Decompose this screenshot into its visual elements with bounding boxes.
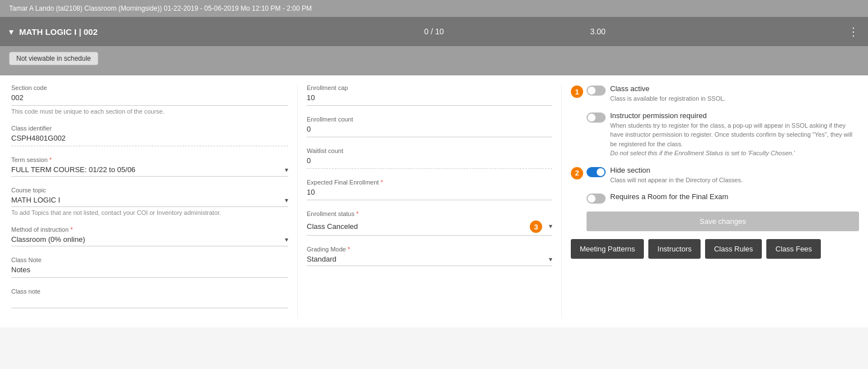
requires-room-label: Requires a Room for the Final Exam (610, 192, 859, 201)
enrollment-cap-field: Enrollment cap 10 (307, 84, 552, 106)
grading-mode-select[interactable]: Standard ▾ (307, 255, 552, 266)
method-of-instruction-select[interactable]: Classroom (0% online) ▾ (11, 235, 288, 246)
grading-mode-dropdown-icon: ▾ (549, 255, 552, 263)
requires-room-row: Requires a Room for the Final Exam (571, 192, 859, 204)
class-fees-button[interactable]: Class Fees (766, 239, 821, 259)
enrollment-status-dropdown-icon: ▾ (549, 222, 552, 230)
instructor-permission-row: Instructor permission required When stud… (571, 111, 859, 158)
term-session-label: Term session * (11, 156, 288, 163)
section-code-value[interactable]: 002 (11, 93, 288, 106)
class-active-content: Class active Class is available for regi… (610, 84, 859, 104)
hide-section-toggle[interactable] (587, 167, 606, 177)
class-identifier-field: Class identifier CSPH4801G002 (11, 125, 288, 146)
expected-final-enrollment-value[interactable]: 10 (307, 188, 552, 200)
chevron-icon[interactable]: ▾ (9, 26, 13, 37)
save-changes-button[interactable]: Save changes (587, 212, 859, 231)
section-menu-icon[interactable]: ⋮ (848, 25, 859, 38)
expected-final-enrollment-field: Expected Final Enrollment * 10 (307, 179, 552, 200)
action-buttons: Meeting Patterns Instructors Class Rules… (571, 239, 859, 259)
instructor-permission-desc: When students try to register for the cl… (610, 121, 859, 158)
enrollment-cap-label: Enrollment cap (307, 84, 552, 91)
top-row: Tamar A Lando (tal2108) Classroom (Morni… (0, 0, 868, 17)
hide-section-content: Hide section Class will not appear in th… (610, 166, 859, 185)
waitlist-count-field: Waitlist count 0 (307, 147, 552, 169)
class-note-field: Class Note Notes (11, 256, 288, 278)
grading-mode-label: Grading Mode * (307, 246, 552, 253)
instructor-permission-content: Instructor permission required When stud… (610, 111, 859, 158)
class-note-input-value[interactable] (11, 297, 288, 308)
class-active-knob (588, 87, 596, 94)
class-active-label: Class active (610, 84, 859, 93)
enrollment-status-field: Enrollment status * Class Canceled 3 ▾ (307, 210, 552, 236)
class-rules-button[interactable]: Class Rules (705, 239, 762, 259)
requires-room-content: Requires a Room for the Final Exam (610, 192, 859, 201)
section-code-label: Section code (11, 84, 288, 91)
waitlist-count-label: Waitlist count (307, 147, 552, 154)
enrollment-status-badge: 3 (530, 220, 542, 233)
section-code-field: Section code 002 This code must be uniqu… (11, 84, 288, 115)
meeting-patterns-button[interactable]: Meeting Patterns (571, 239, 644, 259)
course-topic-hint: To add Topics that are not listed, conta… (11, 209, 288, 216)
instructor-permission-toggle[interactable] (587, 112, 606, 123)
expected-final-enrollment-label: Expected Final Enrollment * (307, 179, 552, 186)
form-area: Section code 002 This code must be uniqu… (0, 75, 868, 327)
course-topic-field: Course topic MATH LOGIC I ▾ To add Topic… (11, 187, 288, 216)
grading-mode-field: Grading Mode * Standard ▾ (307, 246, 552, 266)
course-topic-select[interactable]: MATH LOGIC I ▾ (11, 196, 288, 207)
enrollment-status-label: Enrollment status * (307, 210, 552, 217)
instructors-button[interactable]: Instructors (648, 239, 701, 259)
right-column: 1 Class active Class is available for re… (562, 84, 868, 318)
left-column: Section code 002 This code must be uniqu… (0, 84, 298, 318)
class-active-row: 1 Class active Class is available for re… (571, 84, 859, 104)
class-active-toggle[interactable] (587, 86, 606, 96)
hide-section-label: Hide section (610, 166, 859, 174)
class-identifier-value: CSPH4801G002 (11, 134, 288, 146)
term-session-select[interactable]: FULL TERM COURSE: 01/22 to 05/06 ▾ (11, 165, 288, 177)
class-note-value: Notes (11, 266, 288, 278)
enrollment-status-select[interactable]: Class Canceled 3 ▾ (307, 219, 552, 236)
class-note-label: Class Note (11, 256, 288, 263)
top-row-text: Tamar A Lando (tal2108) Classroom (Morni… (9, 4, 312, 12)
hide-section-row: 2 Hide section Class will not appear in … (571, 166, 859, 185)
section-code-hint: This code must be unique to each section… (11, 108, 288, 115)
method-of-instruction-field: Method of instruction * Classroom (0% on… (11, 226, 288, 246)
badge-2: 2 (571, 167, 583, 179)
enrollment-count-value: 0 (307, 125, 552, 137)
class-note-input-label: Class note (11, 288, 288, 295)
course-topic-dropdown-icon: ▾ (285, 196, 288, 204)
mid-column: Enrollment cap 10 Enrollment count 0 Wai… (298, 84, 562, 318)
instructor-permission-label: Instructor permission required (610, 111, 859, 120)
hide-section-knob (597, 168, 605, 176)
enrollment-count-label: Enrollment count (307, 116, 552, 123)
class-identifier-label: Class identifier (11, 125, 288, 132)
class-active-desc: Class is available for registration in S… (610, 94, 859, 104)
requires-room-knob (588, 195, 596, 202)
section-header: ▾ MATH LOGIC I | 002 0 / 10 3.00 ⋮ (0, 17, 868, 46)
term-session-field: Term session * FULL TERM COURSE: 01/22 t… (11, 156, 288, 177)
enrollment-count-field: Enrollment count 0 (307, 116, 552, 137)
badge-1: 1 (571, 86, 583, 98)
not-viewable-badge: Not viewable in schedule (9, 52, 98, 65)
waitlist-count-value: 0 (307, 156, 552, 169)
method-instruction-dropdown-icon: ▾ (285, 236, 288, 244)
section-credits: 3.00 (590, 27, 606, 36)
enrollment-cap-value[interactable]: 10 (307, 93, 552, 106)
requires-room-toggle[interactable] (587, 194, 606, 204)
term-session-dropdown-icon: ▾ (285, 166, 288, 174)
hide-section-desc: Class will not appear in the Directory o… (610, 176, 859, 185)
instructor-permission-knob (588, 114, 596, 122)
section-counts: 0 / 10 (424, 27, 444, 36)
class-note-input-field: Class note (11, 288, 288, 308)
course-topic-label: Course topic (11, 187, 288, 194)
method-of-instruction-label: Method of instruction * (11, 226, 288, 233)
